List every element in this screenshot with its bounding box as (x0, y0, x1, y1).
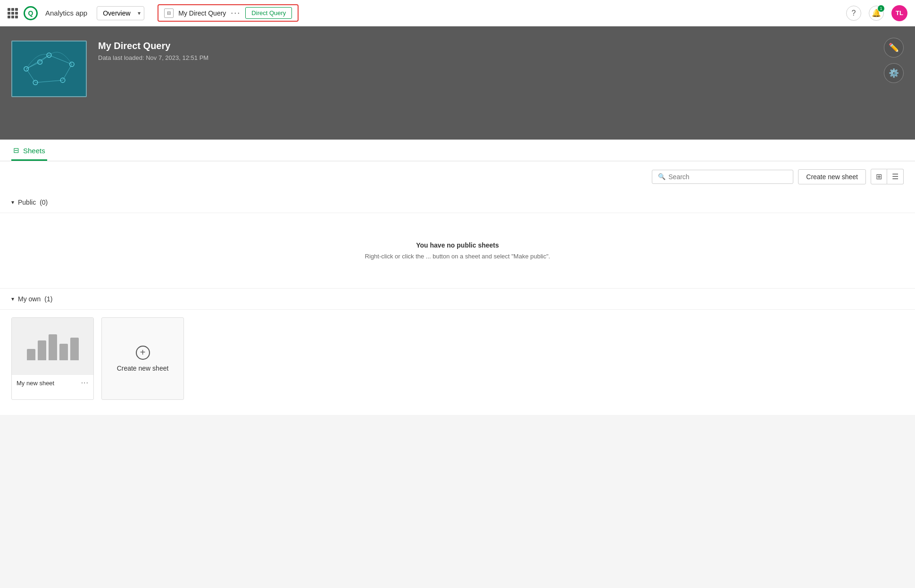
sheet-name: My new sheet (17, 380, 54, 387)
create-new-sheet-card[interactable]: + Create new sheet (101, 317, 184, 400)
sheets-toolbar: 🔍 Create new sheet ⊞ ☰ (0, 161, 915, 192)
edit-button[interactable]: ✏️ (884, 38, 904, 58)
bar-chart-icon (27, 332, 79, 360)
public-section-header[interactable]: ▾ Public (0) (0, 192, 915, 213)
user-avatar[interactable]: TL (891, 5, 907, 21)
qlik-q-icon: Q (24, 6, 38, 20)
app-title: Analytics app (45, 9, 87, 17)
grid-menu-icon[interactable] (8, 8, 18, 18)
sheet-thumbnail (12, 318, 93, 374)
tab-sheets-label: Sheets (23, 147, 45, 155)
sheets-area: ⊟ Sheets 🔍 Create new sheet ⊞ ☰ ▾ Public… (0, 140, 915, 415)
search-icon: 🔍 (658, 173, 665, 180)
overview-select-wrapper[interactable]: Overview (93, 6, 144, 20)
hero-subtitle: Data last loaded: Nov 7, 2023, 12:51 PM (98, 54, 208, 61)
my-own-section-header[interactable]: ▾ My own (1) (0, 289, 915, 310)
bar-5 (70, 338, 79, 360)
my-own-section-count: (1) (44, 295, 52, 303)
direct-query-button[interactable]: Direct Query (245, 7, 292, 19)
qlik-logo[interactable]: Q (24, 6, 38, 20)
bar-1 (27, 349, 35, 360)
hero-actions: ✏️ ⚙️ (884, 38, 904, 83)
sheets-tabs: ⊟ Sheets (0, 140, 915, 161)
app-pill-name: My Direct Query (178, 9, 226, 17)
app-pill-icon: ⊟ (164, 8, 174, 18)
notifications-button[interactable]: 🔔 1 (869, 6, 884, 21)
view-toggle: ⊞ ☰ (871, 169, 904, 184)
search-input[interactable] (668, 173, 786, 181)
search-box: 🔍 (652, 170, 793, 184)
grid-view-button[interactable]: ⊞ (871, 169, 887, 184)
hero-info: My Direct Query Data last loaded: Nov 7,… (98, 41, 208, 61)
my-own-chevron-icon: ▾ (11, 296, 14, 302)
hero-title: My Direct Query (98, 41, 208, 51)
nav-right: ? 🔔 1 TL (846, 5, 907, 21)
bar-4 (59, 344, 68, 360)
help-button[interactable]: ? (846, 6, 861, 21)
app-more-button[interactable]: ··· (231, 8, 241, 18)
public-empty-title: You have no public sheets (416, 241, 499, 249)
sheet-card[interactable]: My new sheet ··· (11, 317, 94, 400)
public-section-label: Public (18, 199, 36, 206)
public-chevron-icon: ▾ (11, 199, 14, 206)
public-empty-state: You have no public sheets Right-click or… (0, 213, 915, 289)
list-view-button[interactable]: ☰ (887, 169, 904, 184)
create-new-label: Create new sheet (117, 364, 169, 372)
tab-sheets[interactable]: ⊟ Sheets (11, 140, 47, 161)
sheet-more-button[interactable]: ··· (81, 379, 89, 387)
bar-3 (49, 334, 57, 360)
sheet-tab-icon: ⊟ (13, 146, 19, 155)
my-own-section: My new sheet ··· + Create new sheet (0, 310, 915, 415)
sheet-card-footer: My new sheet ··· (12, 374, 93, 391)
create-plus-icon: + (136, 346, 150, 360)
active-app-pill: ⊟ My Direct Query ··· Direct Query (158, 4, 299, 22)
top-navigation: Q Analytics app Overview ⊟ My Direct Que… (0, 0, 915, 26)
bar-2 (38, 340, 46, 360)
sheet-grid: My new sheet ··· + Create new sheet (11, 317, 904, 400)
create-sheet-button[interactable]: Create new sheet (798, 169, 866, 184)
overview-select[interactable]: Overview (97, 6, 144, 20)
public-empty-desc: Right-click or click the ... button on a… (365, 253, 550, 260)
notification-badge: 1 (878, 5, 884, 12)
settings-button[interactable]: ⚙️ (884, 63, 904, 83)
public-section-count: (0) (40, 199, 48, 206)
hero-section: My Direct Query Data last loaded: Nov 7,… (0, 26, 915, 140)
app-thumbnail (11, 41, 87, 97)
my-own-section-label: My own (18, 295, 41, 303)
svg-rect-0 (13, 41, 86, 96)
